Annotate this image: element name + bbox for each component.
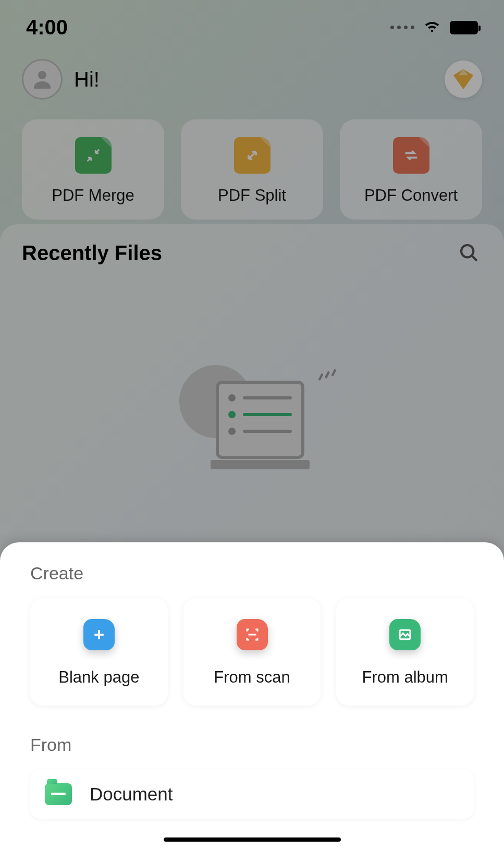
create-label: Blank page [58, 668, 139, 687]
blank-page-option[interactable]: Blank page [30, 598, 168, 706]
from-scan-option[interactable]: From scan [183, 598, 321, 706]
blank-page-icon [83, 619, 115, 650]
from-label: Document [90, 784, 173, 805]
from-album-option[interactable]: From album [336, 598, 474, 706]
from-section-title: From [30, 735, 474, 755]
create-sheet: Create Blank page From scan From album F… [0, 542, 504, 850]
document-option[interactable]: Document [30, 770, 474, 819]
album-icon [389, 619, 421, 650]
home-indicator[interactable] [164, 837, 341, 842]
create-label: From scan [214, 668, 290, 687]
scan-icon [237, 619, 268, 650]
create-section-title: Create [30, 563, 474, 584]
folder-icon [45, 783, 72, 805]
create-options: Blank page From scan From album [30, 598, 474, 706]
create-label: From album [362, 668, 448, 687]
